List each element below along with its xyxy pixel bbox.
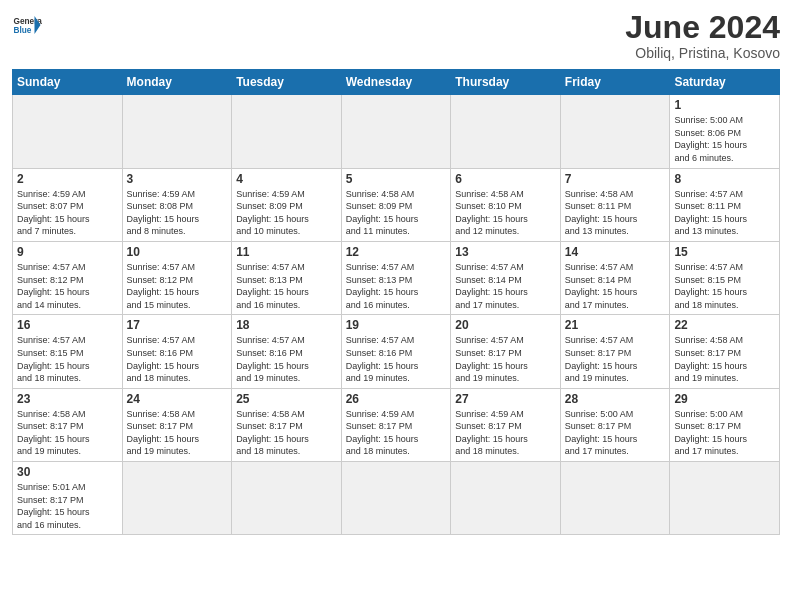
day-info: Sunrise: 4:57 AM Sunset: 8:16 PM Dayligh… (346, 334, 447, 384)
day-number: 9 (17, 245, 118, 259)
logo: General Blue (12, 10, 42, 40)
calendar-subtitle: Obiliq, Pristina, Kosovo (625, 45, 780, 61)
day-number: 6 (455, 172, 556, 186)
day-number: 21 (565, 318, 666, 332)
weekday-header-saturday: Saturday (670, 70, 780, 95)
day-info: Sunrise: 4:57 AM Sunset: 8:14 PM Dayligh… (565, 261, 666, 311)
weekday-header-tuesday: Tuesday (232, 70, 342, 95)
day-number: 5 (346, 172, 447, 186)
calendar-cell: 14Sunrise: 4:57 AM Sunset: 8:14 PM Dayli… (560, 241, 670, 314)
day-info: Sunrise: 4:57 AM Sunset: 8:12 PM Dayligh… (127, 261, 228, 311)
day-info: Sunrise: 4:59 AM Sunset: 8:17 PM Dayligh… (346, 408, 447, 458)
day-number: 8 (674, 172, 775, 186)
day-number: 16 (17, 318, 118, 332)
day-info: Sunrise: 4:57 AM Sunset: 8:12 PM Dayligh… (17, 261, 118, 311)
calendar-cell (341, 95, 451, 168)
day-number: 1 (674, 98, 775, 112)
day-number: 24 (127, 392, 228, 406)
calendar-cell: 9Sunrise: 4:57 AM Sunset: 8:12 PM Daylig… (13, 241, 123, 314)
calendar-cell: 2Sunrise: 4:59 AM Sunset: 8:07 PM Daylig… (13, 168, 123, 241)
calendar-cell: 20Sunrise: 4:57 AM Sunset: 8:17 PM Dayli… (451, 315, 561, 388)
calendar-table: SundayMondayTuesdayWednesdayThursdayFrid… (12, 69, 780, 535)
calendar-cell: 24Sunrise: 4:58 AM Sunset: 8:17 PM Dayli… (122, 388, 232, 461)
calendar-cell: 17Sunrise: 4:57 AM Sunset: 8:16 PM Dayli… (122, 315, 232, 388)
calendar-cell: 16Sunrise: 4:57 AM Sunset: 8:15 PM Dayli… (13, 315, 123, 388)
week-row-5: 23Sunrise: 4:58 AM Sunset: 8:17 PM Dayli… (13, 388, 780, 461)
day-number: 23 (17, 392, 118, 406)
logo-icon: General Blue (12, 10, 42, 40)
calendar-cell: 7Sunrise: 4:58 AM Sunset: 8:11 PM Daylig… (560, 168, 670, 241)
calendar-cell (670, 462, 780, 535)
day-info: Sunrise: 4:58 AM Sunset: 8:17 PM Dayligh… (674, 334, 775, 384)
day-info: Sunrise: 4:57 AM Sunset: 8:11 PM Dayligh… (674, 188, 775, 238)
day-number: 12 (346, 245, 447, 259)
calendar-cell (232, 462, 342, 535)
day-number: 13 (455, 245, 556, 259)
calendar-cell (560, 462, 670, 535)
day-info: Sunrise: 4:57 AM Sunset: 8:17 PM Dayligh… (565, 334, 666, 384)
calendar-cell: 8Sunrise: 4:57 AM Sunset: 8:11 PM Daylig… (670, 168, 780, 241)
calendar-title: June 2024 (625, 10, 780, 45)
title-block: June 2024 Obiliq, Pristina, Kosovo (625, 10, 780, 61)
calendar-cell (13, 95, 123, 168)
day-info: Sunrise: 4:57 AM Sunset: 8:15 PM Dayligh… (674, 261, 775, 311)
calendar-cell (122, 462, 232, 535)
calendar-cell (451, 462, 561, 535)
calendar-cell: 25Sunrise: 4:58 AM Sunset: 8:17 PM Dayli… (232, 388, 342, 461)
day-info: Sunrise: 5:00 AM Sunset: 8:17 PM Dayligh… (565, 408, 666, 458)
svg-text:Blue: Blue (14, 26, 32, 35)
calendar-cell: 18Sunrise: 4:57 AM Sunset: 8:16 PM Dayli… (232, 315, 342, 388)
day-info: Sunrise: 5:00 AM Sunset: 8:06 PM Dayligh… (674, 114, 775, 164)
day-info: Sunrise: 5:00 AM Sunset: 8:17 PM Dayligh… (674, 408, 775, 458)
calendar-cell: 29Sunrise: 5:00 AM Sunset: 8:17 PM Dayli… (670, 388, 780, 461)
page-header: General Blue June 2024 Obiliq, Pristina,… (12, 10, 780, 61)
calendar-cell: 15Sunrise: 4:57 AM Sunset: 8:15 PM Dayli… (670, 241, 780, 314)
weekday-header-thursday: Thursday (451, 70, 561, 95)
calendar-cell (451, 95, 561, 168)
calendar-cell: 10Sunrise: 4:57 AM Sunset: 8:12 PM Dayli… (122, 241, 232, 314)
calendar-cell: 30Sunrise: 5:01 AM Sunset: 8:17 PM Dayli… (13, 462, 123, 535)
week-row-2: 2Sunrise: 4:59 AM Sunset: 8:07 PM Daylig… (13, 168, 780, 241)
day-number: 4 (236, 172, 337, 186)
weekday-header-wednesday: Wednesday (341, 70, 451, 95)
day-number: 30 (17, 465, 118, 479)
calendar-cell: 28Sunrise: 5:00 AM Sunset: 8:17 PM Dayli… (560, 388, 670, 461)
day-info: Sunrise: 4:58 AM Sunset: 8:17 PM Dayligh… (127, 408, 228, 458)
weekday-header-monday: Monday (122, 70, 232, 95)
day-number: 11 (236, 245, 337, 259)
day-info: Sunrise: 4:58 AM Sunset: 8:11 PM Dayligh… (565, 188, 666, 238)
day-number: 19 (346, 318, 447, 332)
week-row-3: 9Sunrise: 4:57 AM Sunset: 8:12 PM Daylig… (13, 241, 780, 314)
day-info: Sunrise: 4:57 AM Sunset: 8:13 PM Dayligh… (236, 261, 337, 311)
weekday-header-sunday: Sunday (13, 70, 123, 95)
calendar-cell: 22Sunrise: 4:58 AM Sunset: 8:17 PM Dayli… (670, 315, 780, 388)
day-number: 15 (674, 245, 775, 259)
calendar-cell (560, 95, 670, 168)
calendar-cell: 12Sunrise: 4:57 AM Sunset: 8:13 PM Dayli… (341, 241, 451, 314)
day-number: 18 (236, 318, 337, 332)
calendar-cell: 26Sunrise: 4:59 AM Sunset: 8:17 PM Dayli… (341, 388, 451, 461)
day-number: 10 (127, 245, 228, 259)
day-info: Sunrise: 4:59 AM Sunset: 8:07 PM Dayligh… (17, 188, 118, 238)
calendar-cell: 1Sunrise: 5:00 AM Sunset: 8:06 PM Daylig… (670, 95, 780, 168)
day-info: Sunrise: 4:58 AM Sunset: 8:17 PM Dayligh… (236, 408, 337, 458)
calendar-cell: 11Sunrise: 4:57 AM Sunset: 8:13 PM Dayli… (232, 241, 342, 314)
calendar-cell: 19Sunrise: 4:57 AM Sunset: 8:16 PM Dayli… (341, 315, 451, 388)
calendar-cell (232, 95, 342, 168)
calendar-cell: 27Sunrise: 4:59 AM Sunset: 8:17 PM Dayli… (451, 388, 561, 461)
day-number: 7 (565, 172, 666, 186)
day-number: 17 (127, 318, 228, 332)
day-info: Sunrise: 4:57 AM Sunset: 8:17 PM Dayligh… (455, 334, 556, 384)
day-info: Sunrise: 4:58 AM Sunset: 8:09 PM Dayligh… (346, 188, 447, 238)
calendar-cell: 13Sunrise: 4:57 AM Sunset: 8:14 PM Dayli… (451, 241, 561, 314)
day-number: 14 (565, 245, 666, 259)
calendar-cell: 4Sunrise: 4:59 AM Sunset: 8:09 PM Daylig… (232, 168, 342, 241)
day-info: Sunrise: 4:57 AM Sunset: 8:13 PM Dayligh… (346, 261, 447, 311)
day-number: 25 (236, 392, 337, 406)
calendar-cell: 5Sunrise: 4:58 AM Sunset: 8:09 PM Daylig… (341, 168, 451, 241)
calendar-cell: 21Sunrise: 4:57 AM Sunset: 8:17 PM Dayli… (560, 315, 670, 388)
day-info: Sunrise: 4:57 AM Sunset: 8:16 PM Dayligh… (236, 334, 337, 384)
week-row-4: 16Sunrise: 4:57 AM Sunset: 8:15 PM Dayli… (13, 315, 780, 388)
weekday-header-row: SundayMondayTuesdayWednesdayThursdayFrid… (13, 70, 780, 95)
day-number: 3 (127, 172, 228, 186)
